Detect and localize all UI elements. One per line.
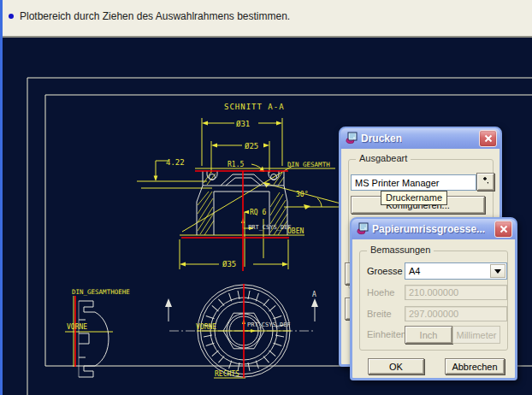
vorne-side-label: VORNE xyxy=(67,323,87,331)
din-gesamthoehe-label: DIN_GESAMTHOEHE xyxy=(72,288,130,296)
combo-dropdown-button[interactable] xyxy=(490,264,505,278)
paper-dialog-title: Papierumrissgroesse... xyxy=(372,223,485,235)
close-icon xyxy=(499,225,508,233)
ok-button[interactable]: OK xyxy=(368,358,424,374)
section-arrow-left xyxy=(165,298,172,321)
hoehe-label: Hoehe xyxy=(367,287,394,298)
print-dialog-title: Drucken xyxy=(361,133,402,144)
rq6-label: RQ 6 xyxy=(250,209,266,216)
circular-view: A VORNE RECHTS PRT_CSYS_DEF xyxy=(165,284,318,378)
selection-highlight xyxy=(181,171,289,271)
hoehe-field: 210.000000 xyxy=(405,285,507,300)
einheiten-label: Einheiten xyxy=(367,329,406,339)
groesse-value: A4 xyxy=(409,266,420,276)
paper-size-dialog: Papierumrissgroesse... Bemassungen Groes… xyxy=(350,217,517,380)
groesse-combobox[interactable]: A4 xyxy=(405,262,507,280)
paper-dialog-close-button[interactable] xyxy=(494,221,512,238)
druckername-tooltip: Druckername xyxy=(381,191,447,205)
print-dialog-close-button[interactable] xyxy=(479,130,497,147)
section-arrow-right: A xyxy=(311,291,318,321)
dim-31: Ø31 xyxy=(236,120,250,128)
prt-csys-circle: PRT_CSYS_DEF xyxy=(247,321,291,328)
side-view: DIN_GESAMTHOEHE VORNE xyxy=(65,288,130,377)
cancel-button[interactable]: Abbrechen xyxy=(445,358,505,374)
printer-name-field[interactable]: MS Printer Manager xyxy=(351,174,476,191)
bemassungen-group-label: Bemassungen xyxy=(367,245,434,255)
dim-35: Ø35 xyxy=(222,260,236,268)
bullet-icon xyxy=(9,14,14,19)
window-border-left xyxy=(0,0,3,395)
vorne-circle-label: VORNE xyxy=(196,323,216,331)
section-marker-a: A xyxy=(312,291,316,298)
angle-30: 30° xyxy=(296,191,308,198)
section-view: SCHNITT A-A Ø31 Ø25 4.22 R1.5 DIN GESAMT… xyxy=(137,103,349,271)
inch-button: Inch xyxy=(405,326,452,344)
application-window: Plotbereich durch Ziehen des Auswahlrahm… xyxy=(0,0,532,395)
radius-15: R1.5 xyxy=(228,161,244,168)
close-icon xyxy=(484,134,493,143)
prt-csys-section: PRT_CSYS_DEF xyxy=(248,224,292,231)
din-gesamth-label: DIN GESAMTH xyxy=(287,161,330,168)
print-dialog-icon xyxy=(344,132,358,145)
groesse-label: Groesse xyxy=(367,266,403,276)
section-title: SCHNITT A-A xyxy=(224,103,285,111)
chevron-down-icon xyxy=(494,269,501,277)
breite-field: 297.000000 xyxy=(405,306,507,321)
printer-select-button[interactable] xyxy=(476,173,494,191)
print-dialog-titlebar[interactable]: Drucken xyxy=(340,128,500,149)
add-printer-arrow-icon xyxy=(482,176,488,187)
ausgabeart-group-label: Ausgabeart xyxy=(356,153,411,163)
dim-25: Ø25 xyxy=(245,142,258,150)
rechts-label: RECHTS xyxy=(215,370,239,378)
paper-dialog-titlebar[interactable]: Papierumrissgroesse... xyxy=(352,219,516,239)
breite-label: Breite xyxy=(367,309,392,319)
paper-dialog-icon xyxy=(355,222,369,236)
message-bar: Plotbereich durch Ziehen des Auswahlrahm… xyxy=(0,0,532,38)
millimeter-button: Millimeter xyxy=(452,326,500,344)
message-text: Plotbereich durch Ziehen des Auswahlrahm… xyxy=(20,10,290,22)
dim-422: 4.22 xyxy=(166,158,185,167)
